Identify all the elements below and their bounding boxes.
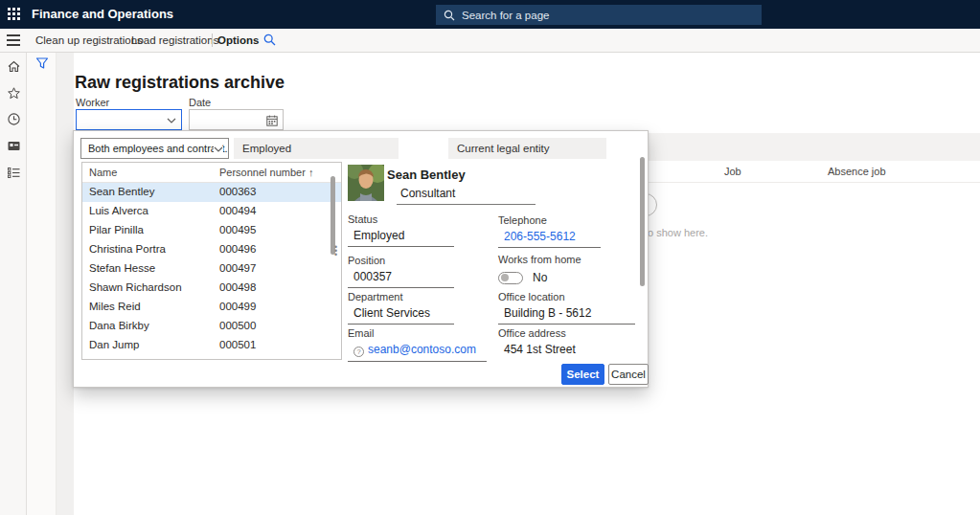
cancel-button[interactable]: Cancel <box>608 364 649 385</box>
department-value: Client Services <box>348 306 454 320</box>
status-label: Status <box>348 213 454 225</box>
filter-pane <box>27 53 57 515</box>
office-address-label: Office address <box>498 327 635 339</box>
hamburger-menu-icon[interactable] <box>7 34 20 46</box>
home-icon[interactable] <box>7 59 21 74</box>
background-column-absence-job: Absence job <box>828 166 886 177</box>
office-address-field: Office address 454 1st Street <box>498 327 635 356</box>
works-from-home-toggle[interactable] <box>498 272 523 284</box>
email-field: Email ?seanb@contoso.com <box>348 327 487 362</box>
action-bar: Clean up registrations Load registration… <box>0 29 980 53</box>
search-icon <box>444 10 455 21</box>
position-field: Position 000357 <box>348 255 454 288</box>
menu-divider <box>212 34 213 47</box>
email-label: Email <box>348 327 487 339</box>
workspace-icon[interactable] <box>7 139 21 153</box>
global-search-placeholder: Search for a page <box>462 10 549 21</box>
empty-state-text-fragment: to show here. <box>645 227 708 238</box>
select-button[interactable]: Select <box>561 364 604 385</box>
menu-item-options[interactable]: Options <box>217 29 259 52</box>
top-navigation-bar: Finance and Operations Search for a page <box>0 0 980 29</box>
global-search-input[interactable]: Search for a page <box>436 5 762 25</box>
telephone-label: Telephone <box>498 214 601 226</box>
navigation-rail <box>0 53 27 515</box>
office-address-value: 454 1st Street <box>498 343 635 356</box>
toggle-knob <box>501 274 509 281</box>
worker-list-header: Name Personnel number ↑ <box>82 163 341 183</box>
chevron-down-icon <box>214 146 223 152</box>
works-from-home-label: Works from home <box>498 254 613 265</box>
worker-lookup-flyout: Both employees and contract... Employed … <box>73 130 649 388</box>
legal-entity-filter-button[interactable]: Current legal entity <box>448 138 606 159</box>
position-label: Position <box>348 255 454 266</box>
recent-clock-icon[interactable] <box>7 112 21 126</box>
page-search-icon[interactable] <box>263 34 276 46</box>
filter-funnel-icon[interactable] <box>35 56 49 70</box>
worker-type-dropdown-value: Both employees and contract... <box>88 143 229 154</box>
table-row[interactable]: Miles Reid000499 <box>82 298 341 317</box>
worker-field-label: Worker <box>76 97 109 108</box>
calendar-icon[interactable] <box>266 115 278 126</box>
page-gutter <box>57 53 74 515</box>
worker-type-dropdown[interactable]: Both employees and contract... <box>80 138 229 159</box>
department-field: Department Client Services <box>348 291 454 325</box>
worker-combobox[interactable] <box>76 109 182 130</box>
status-value: Employed <box>348 229 454 242</box>
page-title: Raw registrations archive <box>75 73 285 93</box>
email-link[interactable]: seanb@contoso.com <box>368 343 476 356</box>
table-row[interactable]: Dan Jump000501 <box>82 336 341 355</box>
menu-item-clean-up-registrations[interactable]: Clean up registrations <box>35 29 143 52</box>
app-window: Finance and Operations Search for a page… <box>0 0 980 515</box>
employee-photo <box>348 165 384 201</box>
column-header-name[interactable]: Name <box>89 167 117 178</box>
sort-ascending-icon: ↑ <box>308 167 314 178</box>
table-row[interactable]: Dana Birkby000500 <box>82 317 341 336</box>
column-header-personnel-number[interactable]: Personnel number ↑ <box>219 167 313 178</box>
status-field: Status Employed <box>348 213 454 247</box>
department-label: Department <box>348 291 454 302</box>
office-location-label: Office location <box>498 291 635 302</box>
table-row[interactable]: Christina Portra000496 <box>82 240 341 259</box>
employee-job-title: Consultant <box>400 187 455 200</box>
worker-list-grid: Name Personnel number ↑ Sean Bentley0003… <box>81 162 342 360</box>
table-row[interactable]: Sean Bentley000363 <box>82 183 341 202</box>
favorites-star-icon[interactable] <box>7 86 21 101</box>
position-value: 000357 <box>348 270 454 283</box>
table-row[interactable]: Luis Alverca000494 <box>82 202 341 221</box>
chevron-down-icon[interactable] <box>167 118 176 123</box>
app-title: Finance and Operations <box>32 0 173 29</box>
telephone-link[interactable]: 206-555-5612 <box>504 230 576 243</box>
employee-name: Sean Bentley <box>387 168 466 182</box>
date-input[interactable] <box>194 111 262 128</box>
worker-input[interactable] <box>80 111 163 128</box>
modules-list-icon[interactable] <box>7 166 21 180</box>
field-underline <box>397 204 536 205</box>
office-location-field: Office location Building B - 5612 <box>498 291 635 325</box>
date-field[interactable] <box>189 109 284 130</box>
table-row[interactable]: Shawn Richardson000498 <box>82 279 341 298</box>
app-launcher-icon[interactable] <box>8 8 21 21</box>
flyout-scrollbar-thumb[interactable] <box>640 157 645 286</box>
date-field-label: Date <box>189 97 211 108</box>
works-from-home-field: Works from home No <box>498 254 613 284</box>
menu-item-load-registrations[interactable]: Load registrations <box>131 29 218 52</box>
scrollbar-grip-dots: ••• <box>334 245 337 257</box>
background-column-job: Job <box>724 166 741 177</box>
presence-unknown-icon: ? <box>353 347 364 357</box>
office-location-value: Building B - 5612 <box>498 306 635 320</box>
telephone-field: Telephone 206-555-5612 <box>498 214 601 248</box>
employment-filter-button[interactable]: Employed <box>234 138 399 159</box>
table-row[interactable]: Pilar Pinilla000495 <box>82 221 341 240</box>
table-row[interactable]: Stefan Hesse000497 <box>82 259 341 279</box>
works-from-home-value: No <box>533 271 547 284</box>
